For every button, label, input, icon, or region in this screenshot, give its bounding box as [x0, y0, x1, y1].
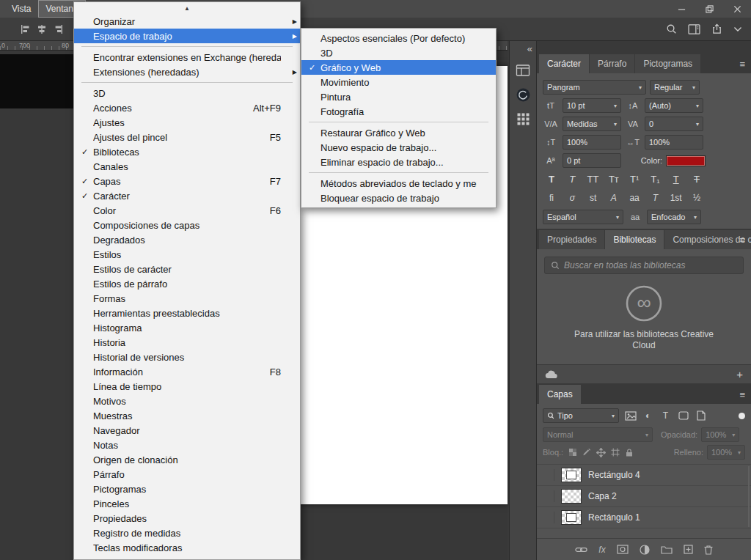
lock-transparency-icon[interactable] [568, 448, 577, 457]
filter-toggle[interactable] [739, 413, 745, 419]
glyphs-grid-icon[interactable] [514, 110, 532, 128]
antialias-select[interactable]: Enfocado▾ [647, 210, 701, 224]
opacity-field[interactable]: 100%▾ [701, 427, 739, 442]
tab-pictogramas[interactable]: Pictogramas [635, 54, 700, 73]
text-color-swatch[interactable] [666, 155, 706, 166]
menu-item-color[interactable]: ColorF6 [74, 203, 300, 218]
menu-item-estilos-de-caracter[interactable]: Estilos de carácter [74, 262, 300, 276]
language-select[interactable]: Español▾ [543, 210, 623, 224]
tab-bibliotecas[interactable]: Bibliotecas [605, 230, 664, 249]
tab-caracter[interactable]: Carácter [539, 54, 589, 73]
menu-item-encontrar-extensiones-en-exchange-heredadas[interactable]: Encontrar extensiones en Exchange (hered… [74, 50, 300, 65]
layer-thumbnail[interactable] [561, 489, 582, 504]
tab-propiedades[interactable]: Propiedades [539, 230, 604, 249]
menu-item-organizar[interactable]: Organizar▶ [74, 14, 300, 29]
lock-position-icon[interactable] [596, 448, 606, 457]
expand-panels-icon[interactable]: « [527, 43, 531, 54]
align-right-icon[interactable] [53, 23, 65, 35]
lock-artboard-icon[interactable] [611, 448, 620, 457]
menu-item-grafico-y-web[interactable]: ✓Gráfico y Web [301, 60, 496, 75]
menu-item-caracter[interactable]: ✓Carácter [74, 188, 300, 203]
menu-item-extensiones-heredadas[interactable]: Extensiones (heredadas)▶ [74, 65, 300, 79]
panel-menu-icon[interactable]: ≡ [739, 389, 745, 400]
leading-select[interactable]: (Auto)▾ [645, 98, 703, 113]
menu-item-eliminar-espacio-de-trabajo[interactable]: Eliminar espacio de trabajo... [301, 155, 496, 169]
menu-item-3d[interactable]: 3D [301, 45, 496, 60]
sync-status-cloud-icon[interactable] [545, 370, 558, 379]
menu-item-degradados[interactable]: Degradados [74, 232, 300, 247]
delete-layer-icon[interactable] [704, 545, 713, 555]
stylistic-alternates-button[interactable]: aa [626, 193, 643, 203]
menu-item-pictogramas[interactable]: Pictogramas [74, 482, 300, 496]
superscript-button[interactable]: T¹ [626, 174, 643, 185]
restore-button[interactable] [695, 0, 723, 18]
menu-item-aspectos-esenciales-por-defecto[interactable]: Aspectos esenciales (Por defecto) [301, 31, 496, 45]
menu-item-pinceles[interactable]: Pinceles [74, 496, 300, 511]
fill-field[interactable]: 100%▾ [707, 445, 745, 460]
menu-item-acciones[interactable]: AccionesAlt+F9 [74, 100, 300, 115]
menu-scroll-up[interactable]: ▲ [74, 2, 300, 14]
new-group-icon[interactable] [661, 545, 673, 554]
panel-menu-icon[interactable]: ≡ [739, 235, 745, 246]
ligatures-button[interactable]: fi [543, 193, 560, 203]
discretionary-ligatures-button[interactable]: st [585, 193, 602, 203]
menubar-item-vista[interactable]: Vista [4, 0, 38, 18]
menu-item-capas[interactable]: ✓CapasF7 [74, 174, 300, 188]
font-style-select[interactable]: Regular▾ [650, 80, 700, 95]
layer-row-rectangulo-1[interactable]: Rectángulo 1 [537, 507, 751, 528]
align-left-icon[interactable] [19, 23, 31, 35]
tab-parrafo[interactable]: Párrafo [590, 54, 634, 73]
visibility-toggle[interactable] [541, 469, 554, 481]
faux-italic-button[interactable]: T [563, 174, 581, 185]
menu-item-metodos-abreviados-de-teclado-y-menus[interactable]: Métodos abreviados de teclado y menús... [301, 176, 496, 191]
menu-item-registro-de-medidas[interactable]: Registro de medidas [74, 526, 300, 540]
filter-smart-objects-icon[interactable] [695, 410, 707, 421]
visibility-toggle[interactable] [541, 490, 554, 502]
faux-bold-button[interactable]: T [543, 174, 560, 185]
tab-composiciones-de-c[interactable]: Composiciones de c [664, 230, 751, 249]
menu-item-origen-de-clonacion[interactable]: Origen de clonación [74, 452, 300, 467]
menu-item-bloquear-espacio-de-trabajo[interactable]: Bloquear espacio de trabajo [301, 191, 496, 205]
baseline-shift-field[interactable]: 0 pt [563, 153, 621, 168]
menu-item-3d[interactable]: 3D [74, 86, 300, 100]
menu-item-estilos[interactable]: Estilos [74, 247, 300, 262]
filter-type-layers-icon[interactable]: T [659, 410, 672, 421]
tracking-select[interactable]: 0▾ [645, 117, 703, 131]
panel-menu-icon[interactable]: ≡ [739, 59, 745, 70]
add-library-button[interactable]: + [736, 369, 743, 380]
all-caps-button[interactable]: TT [585, 174, 602, 185]
strikethrough-button[interactable]: T [688, 174, 706, 185]
menu-item-ajustes-del-pincel[interactable]: Ajustes del pincelF5 [74, 130, 300, 144]
menu-item-espacio-de-trabajo[interactable]: Espacio de trabajo▶ [74, 29, 300, 43]
lock-pixels-icon[interactable] [582, 448, 591, 457]
filter-shape-layers-icon[interactable] [677, 411, 689, 420]
minimize-button[interactable] [667, 0, 695, 18]
titling-alternates-button[interactable]: T [646, 193, 664, 203]
new-adjustment-icon[interactable] [640, 545, 650, 555]
menu-item-composiciones-de-capas[interactable]: Composiciones de capas [74, 218, 300, 232]
underline-button[interactable]: T [667, 174, 685, 185]
tab-capas[interactable]: Capas [539, 385, 581, 404]
menu-item-historial-de-versiones[interactable]: Historial de versiones [74, 350, 300, 364]
menu-item-fotografia[interactable]: Fotografía [301, 104, 496, 119]
menu-item-teclas-modificadoras[interactable]: Teclas modificadoras [74, 540, 300, 555]
menu-item-formas[interactable]: Formas [74, 291, 300, 306]
ordinals-button[interactable]: 1st [667, 193, 685, 203]
menu-item-linea-de-tiempo[interactable]: Línea de tiempo [74, 379, 300, 394]
align-center-horizontal-icon[interactable] [36, 23, 48, 35]
menu-item-muestras[interactable]: Muestras [74, 408, 300, 423]
filter-adjustment-layers-icon[interactable]: ◐ [642, 410, 654, 421]
menu-item-restaurar-grafico-y-web[interactable]: Restaurar Gráfico y Web [301, 125, 496, 140]
menu-item-propiedades[interactable]: Propiedades [74, 511, 300, 526]
fractions-button[interactable]: ½ [688, 193, 706, 203]
layer-row-capa-2[interactable]: Capa 2 [537, 486, 751, 507]
chevron-down-icon[interactable] [733, 26, 742, 32]
visibility-toggle[interactable] [541, 512, 554, 523]
layer-filter-select[interactable]: Tipo ▾ [543, 408, 619, 423]
filter-pixel-layers-icon[interactable] [624, 411, 637, 421]
font-size-select[interactable]: 10 pt▾ [563, 98, 621, 113]
menu-item-herramientas-preestablecidas[interactable]: Herramientas preestablecidas [74, 306, 300, 320]
menu-item-movimiento[interactable]: Movimiento [301, 75, 496, 89]
layer-effects-icon[interactable]: fx [598, 545, 605, 555]
layer-thumbnail[interactable] [561, 510, 582, 525]
